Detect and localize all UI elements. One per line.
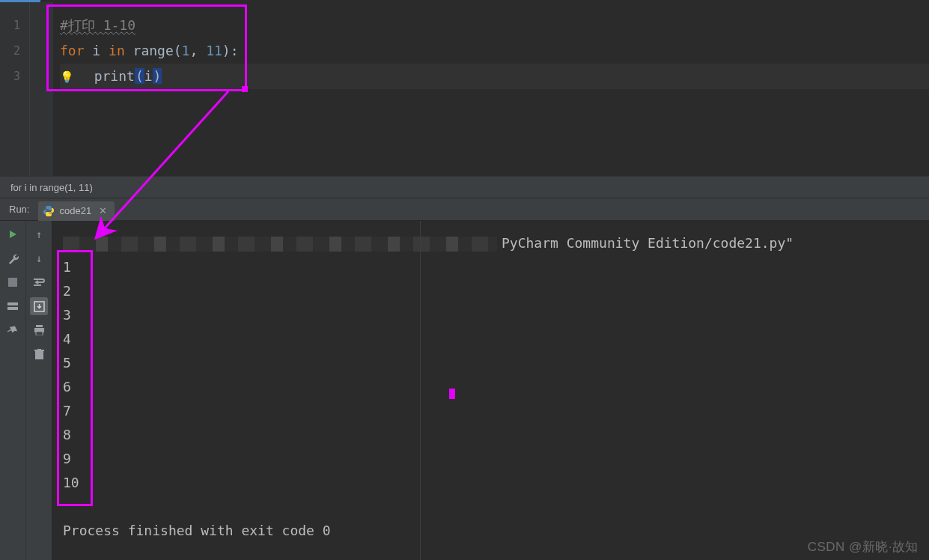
stop-icon[interactable] — [4, 273, 22, 291]
run-toolwindow-header: Run: code21 ✕ — [0, 198, 929, 221]
code-comment: #打印 1-10 — [60, 17, 135, 33]
console-output-line: 3 — [63, 303, 922, 327]
svg-rect-8 — [35, 351, 43, 359]
console-exit-line: Process finished with exit code 0 — [63, 519, 922, 543]
run-tool-column-primary — [0, 221, 26, 560]
line-number: 2 — [0, 38, 20, 64]
editor-gutter: 1 2 3 — [0, 2, 30, 176]
editor-gutter-margin — [30, 2, 52, 176]
console-output[interactable]: PyCharm Community Edition/code21.py" 1 2… — [52, 221, 929, 560]
editor-breadcrumb[interactable]: for i in range(1, 11) — [0, 176, 929, 198]
annotation-cursor — [449, 389, 455, 399]
run-label: Run: — [0, 204, 38, 215]
rerun-icon[interactable] — [4, 225, 22, 243]
console-output-line: 4 — [63, 327, 922, 351]
console-output-line: 10 — [63, 471, 922, 495]
run-tool-column-secondary: ↑ ↓ — [26, 221, 52, 560]
console-output-line: 6 — [63, 375, 922, 399]
svg-rect-2 — [7, 302, 18, 305]
close-icon[interactable]: ✕ — [96, 205, 107, 216]
run-tab-label: code21 — [59, 205, 91, 216]
print-icon[interactable] — [30, 321, 48, 339]
console-output-line: 5 — [63, 351, 922, 375]
svg-rect-3 — [7, 307, 18, 310]
pin-icon[interactable] — [4, 321, 22, 339]
svg-rect-9 — [34, 350, 44, 351]
line-number: 1 — [0, 13, 20, 38]
lightbulb-icon[interactable]: 💡 — [60, 64, 73, 90]
code-line-3[interactable]: 💡 print(i) — [60, 64, 929, 89]
code-line-2[interactable]: for i in range(1, 11): — [60, 38, 929, 64]
trash-icon[interactable] — [30, 345, 48, 363]
console-output-line: 2 — [63, 279, 922, 303]
console-blank-line — [63, 495, 922, 519]
code-line-1[interactable]: #打印 1-10 — [60, 13, 929, 38]
line-number: 3 — [0, 64, 20, 89]
code-area[interactable]: #打印 1-10 for i in range(1, 11): 💡 print(… — [52, 2, 929, 176]
watermark: CSDN @新晓·故知 — [808, 538, 919, 556]
layout-icon[interactable] — [4, 297, 22, 315]
run-tab[interactable]: code21 ✕ — [38, 201, 115, 221]
run-console: ↑ ↓ PyCharm Community Edition/code21.py"… — [0, 221, 929, 560]
scroll-to-end-icon[interactable] — [30, 297, 48, 315]
console-output-line: 9 — [63, 447, 922, 471]
vertical-splitter[interactable] — [420, 221, 421, 560]
svg-rect-10 — [37, 349, 41, 350]
svg-rect-1 — [8, 278, 17, 287]
python-file-icon — [43, 205, 55, 217]
console-output-line: 1 — [63, 255, 922, 279]
arrow-up-icon[interactable]: ↑ — [30, 225, 48, 243]
editor-pane: 1 2 3 #打印 1-10 for i in range(1, 11): 💡 … — [0, 2, 929, 176]
breadcrumb-text: for i in range(1, 11) — [10, 182, 93, 193]
soft-wrap-icon[interactable] — [30, 273, 48, 291]
console-cmd-line: PyCharm Community Edition/code21.py" — [63, 231, 922, 255]
console-output-line: 7 — [63, 399, 922, 423]
svg-rect-5 — [36, 325, 43, 327]
svg-rect-7 — [36, 332, 43, 335]
redacted-path — [63, 237, 497, 252]
console-output-line: 8 — [63, 423, 922, 447]
wrench-icon[interactable] — [4, 249, 22, 267]
arrow-down-icon[interactable]: ↓ — [30, 249, 48, 267]
